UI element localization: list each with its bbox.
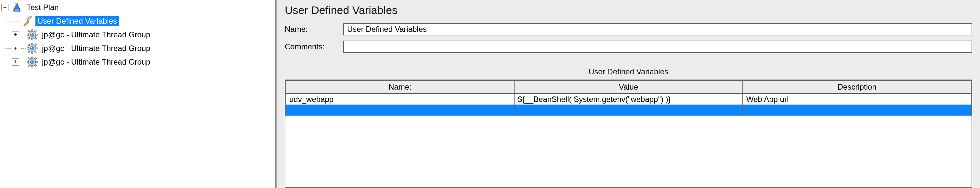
tree-label-udv: User Defined Variables: [35, 16, 119, 26]
udv-table[interactable]: Name: Value Description udv_webapp ${__B…: [285, 80, 972, 115]
svg-rect-17: [35, 48, 37, 49]
gear-icon: [26, 29, 38, 41]
name-label: Name:: [285, 25, 343, 34]
svg-point-22: [30, 47, 34, 51]
svg-point-23: [31, 47, 32, 48]
tree-label-tg1: jp@gc - Ultimate Thread Group: [40, 30, 152, 40]
cell-empty[interactable]: [514, 104, 743, 115]
comments-input[interactable]: [343, 41, 972, 53]
wrench-icon: [22, 15, 33, 27]
svg-point-12: [31, 33, 32, 35]
svg-rect-6: [35, 34, 37, 35]
udv-table-container: Name: Value Description udv_webapp ${__B…: [285, 79, 972, 188]
table-header-row[interactable]: Name: Value Description: [286, 81, 971, 93]
tree-node-thread-group-1[interactable]: +: [5, 28, 275, 41]
col-name[interactable]: Name:: [286, 81, 514, 93]
comments-row: Comments:: [285, 41, 972, 53]
tree-node-thread-group-2[interactable]: +: [5, 41, 275, 55]
tree-toggle-3[interactable]: +: [12, 58, 19, 66]
name-row: Name:: [285, 23, 972, 35]
table-section-title: User Defined Variables: [285, 67, 972, 76]
col-description[interactable]: Description: [743, 81, 971, 93]
svg-rect-4: [32, 38, 33, 40]
gear-icon: [26, 56, 38, 68]
tree-label-root: Test Plan: [25, 2, 61, 13]
svg-point-33: [30, 60, 34, 64]
tree-toggle-1[interactable]: +: [12, 31, 19, 38]
tree-node-thread-group-3[interactable]: +: [5, 55, 275, 69]
table-empty-area[interactable]: [285, 115, 972, 187]
cell-description[interactable]: Web App url: [743, 93, 971, 104]
cell-value[interactable]: ${__BeanShell( System.getenv("webapp") )…: [514, 93, 743, 104]
svg-rect-28: [35, 62, 37, 63]
tree-label-tg2: jp@gc - Ultimate Thread Group: [40, 43, 152, 54]
main-panel: User Defined Variables Name: Comments: U…: [276, 0, 980, 188]
tree-toggle-root[interactable]: −: [1, 4, 8, 11]
app-root: − Test Plan: [0, 0, 980, 188]
svg-rect-0: [16, 3, 18, 4]
tree-panel: − Test Plan: [0, 0, 276, 188]
tree-node-test-plan[interactable]: − Test Plan: [1, 1, 275, 14]
svg-rect-26: [32, 65, 33, 67]
gear-icon: [26, 43, 38, 54]
svg-rect-15: [32, 52, 33, 54]
comments-label: Comments:: [285, 42, 343, 51]
svg-rect-27: [27, 62, 29, 63]
tree-label-tg3: jp@gc - Ultimate Thread Group: [40, 57, 152, 67]
flask-icon: [11, 2, 23, 13]
svg-point-11: [30, 33, 34, 37]
cell-name[interactable]: udv_webapp: [286, 93, 514, 104]
svg-rect-5: [27, 34, 29, 35]
svg-rect-25: [32, 57, 33, 59]
svg-point-1: [27, 20, 29, 22]
tree-node-user-defined-variables[interactable]: User Defined Variables: [5, 14, 275, 28]
name-input[interactable]: [343, 23, 972, 35]
col-value[interactable]: Value: [514, 81, 743, 93]
svg-point-34: [31, 61, 32, 62]
svg-rect-16: [27, 48, 29, 49]
table-row-selected-empty[interactable]: [286, 104, 971, 115]
page-title: User Defined Variables: [285, 4, 972, 17]
table-row[interactable]: udv_webapp ${__BeanShell( System.getenv(…: [286, 93, 971, 104]
svg-rect-14: [32, 43, 33, 45]
cell-empty[interactable]: [743, 104, 971, 115]
svg-rect-3: [32, 30, 33, 32]
tree-toggle-2[interactable]: +: [12, 45, 19, 52]
cell-empty[interactable]: [286, 104, 514, 115]
